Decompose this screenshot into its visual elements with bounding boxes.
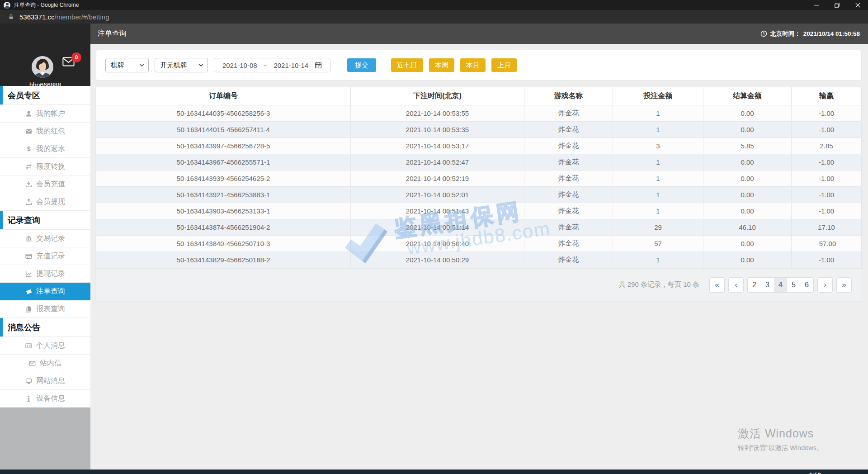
window-title: 注单查询 - Google Chrome (14, 1, 79, 9)
cell-win-loss: 17.10 (792, 219, 862, 236)
cell-game-name: 炸金花 (524, 122, 613, 138)
minimize-button[interactable] (806, 0, 826, 10)
cell-win-loss: -1.00 (792, 122, 862, 138)
sidebar-item-label: 交易记录 (36, 234, 65, 243)
page-6-button[interactable]: 6 (800, 278, 813, 292)
date-from-value[interactable]: 2021-10-08 (222, 62, 257, 69)
first-page-button[interactable]: « (709, 277, 725, 293)
sidebar-item-member-deposit[interactable]: 会员充值 (0, 175, 90, 193)
section-messages: 消息公告 (0, 318, 90, 337)
cell-order-id: 50-1634144035-4566258256-3 (96, 105, 351, 122)
sidebar-item-transaction-records[interactable]: 交易记录 (0, 230, 90, 247)
ticket-icon (25, 288, 32, 295)
col-game-name: 游戏名称 (524, 87, 613, 105)
sidebar-item-site-messages[interactable]: 网站消息 (0, 372, 90, 390)
page-5-button[interactable]: 5 (787, 278, 800, 292)
sidebar-item-personal-messages[interactable]: 个人消息 (0, 337, 90, 355)
page-2-button[interactable]: 2 (748, 278, 761, 292)
submit-button[interactable]: 提交 (347, 58, 376, 72)
col-bet-amount: 投注金额 (613, 87, 703, 105)
sidebar-item-label: 我的帐户 (36, 109, 65, 118)
platform-select[interactable]: 开元棋牌 (155, 58, 208, 72)
sidebar-item-member-withdraw[interactable]: 会员提现 (0, 193, 90, 211)
sidebar-item-device-info[interactable]: 设备信息 (0, 390, 90, 408)
sidebar-item-betting-query[interactable]: 注单查询 (0, 283, 90, 300)
quick-range-lastmonth-button[interactable]: 上月 (491, 58, 517, 72)
url-text: 5363371.cc/member/#/betting (19, 13, 109, 21)
quick-range-month-button[interactable]: 本月 (460, 58, 486, 72)
mail-icon (29, 360, 36, 367)
clock-icon (760, 30, 767, 37)
page-number-group: 2 3 4 5 6 (747, 277, 814, 293)
beijing-time: 北京时间： 2021/10/14 01:50:58 (760, 30, 860, 38)
table-row: 50-1634143903-4566253133-12021-10-14 00:… (96, 203, 862, 219)
cell-game-name: 炸金花 (524, 252, 613, 268)
sidebar-item-label: 额度转换 (36, 162, 65, 171)
sidebar-item-deposit-records[interactable]: 充值记录 (0, 247, 90, 265)
sidebar-item-withdrawal-records[interactable]: 提现记录 (0, 265, 90, 283)
info-icon (25, 395, 32, 402)
quick-range-week-button[interactable]: 本周 (429, 58, 454, 72)
close-icon (855, 3, 860, 8)
calendar-icon[interactable] (315, 62, 322, 69)
cell-order-id: 50-1634143921-4566253883-1 (96, 187, 351, 203)
page-4-button-current[interactable]: 4 (774, 278, 787, 292)
address-bar[interactable]: 5363371.cc/member/#/betting (0, 10, 868, 24)
cell-settle-amount: 0.00 (703, 154, 792, 171)
cell-bet-amount: 1 (613, 122, 703, 138)
cell-game-name: 炸金花 (524, 219, 613, 236)
id-card-icon (25, 342, 32, 349)
cell-order-id: 50-1634143903-4566253133-1 (96, 203, 351, 219)
activate-windows-watermark: 激活 Windows 转到“设置”以激活 Windows。 (738, 426, 823, 452)
sidebar-item-label: 站内信 (40, 359, 61, 368)
cell-win-loss: -1.00 (792, 252, 862, 268)
credit-card-icon (25, 253, 32, 260)
table-row: 50-1634143967-4566255571-12021-10-14 00:… (96, 154, 862, 171)
sidebar-item-site-mail[interactable]: 站内信 (0, 355, 90, 372)
cell-bet-time: 2021-10-14 00:51:14 (351, 219, 524, 236)
cell-settle-amount: 0.00 (703, 187, 792, 203)
table-row: 50-1634144015-4566257411-42021-10-14 00:… (96, 122, 862, 138)
sidebar: 0 hhp666888 396.3 人民币 会员专区 我的帐户 我的红包 $ 我… (0, 24, 90, 474)
sidebar-item-label: 个人消息 (36, 341, 65, 351)
cell-order-id: 50-1634143829-4566250168-2 (96, 252, 351, 268)
date-range-input[interactable]: 2021-10-08 ~ 2021-10-14 (214, 58, 330, 72)
cell-bet-amount: 1 (613, 187, 703, 203)
section-title: 会员专区 (8, 90, 40, 101)
cell-bet-time: 2021-10-14 00:52:01 (351, 187, 524, 203)
sidebar-item-report-query[interactable]: 报表查询 (0, 300, 90, 318)
section-title: 记录查询 (8, 215, 40, 226)
sidebar-item-my-account[interactable]: 我的帐户 (0, 105, 90, 123)
deposit-icon (25, 181, 32, 188)
avatar[interactable] (32, 56, 53, 78)
table-row: 50-1634144035-4566258256-32021-10-14 00:… (96, 105, 862, 122)
date-to-value[interactable]: 2021-10-14 (274, 62, 308, 69)
cell-game-name: 炸金花 (524, 187, 613, 203)
cell-settle-amount: 46.10 (703, 219, 792, 236)
next-page-button[interactable]: › (817, 277, 833, 293)
cell-bet-amount: 57 (613, 236, 703, 252)
cell-bet-time: 2021-10-14 00:51:43 (351, 203, 524, 219)
cell-win-loss: -1.00 (792, 203, 862, 219)
cell-settle-amount: 0.00 (703, 105, 792, 122)
transfer-icon (25, 163, 32, 170)
cell-settle-amount: 0.00 (703, 236, 792, 252)
cell-win-loss: -57.00 (792, 236, 862, 252)
prev-page-button[interactable]: ‹ (728, 277, 744, 293)
sidebar-item-my-redpacket[interactable]: 我的红包 (0, 123, 90, 140)
cell-bet-time: 2021-10-14 00:53:35 (351, 122, 524, 138)
last-page-button[interactable]: » (836, 277, 852, 293)
cell-bet-time: 2021-10-14 00:52:19 (351, 171, 524, 187)
sidebar-item-quota-transfer[interactable]: 额度转换 (0, 158, 90, 175)
table-header-row: 订单编号 下注时间(北京) 游戏名称 投注金额 结算金额 输赢 (96, 87, 862, 105)
sidebar-item-my-rebate[interactable]: $ 我的返水 (0, 140, 90, 158)
game-type-select[interactable]: 棋牌 (105, 58, 149, 72)
cell-bet-amount: 1 (613, 171, 703, 187)
date-separator: ~ (264, 62, 268, 69)
restore-button[interactable] (826, 0, 847, 10)
quick-range-7days-button[interactable]: 近七日 (391, 58, 423, 72)
page-title: 注单查询 (98, 29, 127, 38)
page-3-button[interactable]: 3 (761, 278, 774, 292)
url-domain: 5363371.cc (19, 13, 55, 21)
close-button[interactable] (847, 0, 868, 10)
